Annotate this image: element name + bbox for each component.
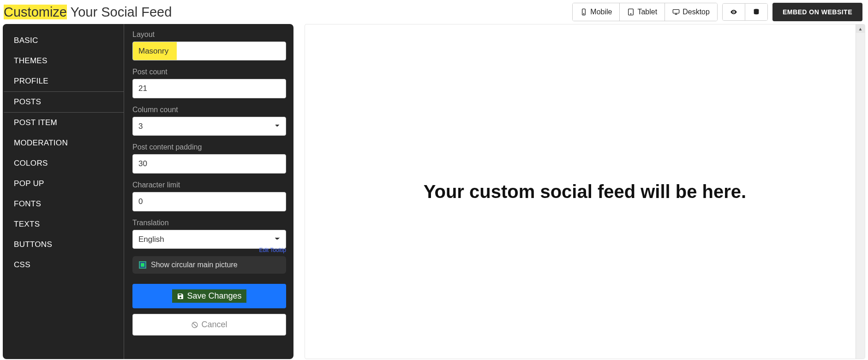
desktop-label: Desktop [682,8,710,16]
column-count-select[interactable]: 3 [132,117,286,136]
sidebar-item-colors[interactable]: COLORS [3,153,124,174]
sidebar-item-themes[interactable]: THEMES [3,51,124,71]
svg-point-1 [584,13,584,14]
settings-panel: BASIC THEMES PROFILE POSTS POST ITEM MOD… [3,24,293,359]
save-button[interactable]: Save Changes [132,284,286,308]
circular-picture-checkbox-row[interactable]: Show circular main picture [132,256,286,274]
sidebar-item-post-item[interactable]: POST ITEM [3,113,124,133]
embed-button[interactable]: EMBED ON WEBSITE [772,3,862,21]
save-label: Save Changes [187,291,241,301]
tablet-label: Tablet [637,8,657,16]
sidebar-item-moderation[interactable]: MODERATION [3,133,124,153]
post-count-label: Post count [132,68,286,76]
char-limit-label: Character limit [132,181,286,189]
view-tools [722,3,768,21]
char-limit-input[interactable] [132,192,286,211]
mobile-label: Mobile [590,8,612,16]
sidebar-item-basic[interactable]: BASIC [3,30,124,51]
title-highlight: Customize [4,5,67,19]
sidebar-item-pop-up[interactable]: POP UP [3,174,124,194]
save-icon [177,293,184,300]
eye-icon [730,8,737,16]
tablet-icon [627,8,635,16]
cancel-icon [191,321,198,329]
mobile-button[interactable]: Mobile [573,3,620,21]
sidebar-item-posts[interactable]: POSTS [3,91,124,113]
settings-sidebar: BASIC THEMES PROFILE POSTS POST ITEM MOD… [3,24,124,359]
post-count-input[interactable] [132,79,286,98]
checkbox-icon [139,261,146,269]
svg-point-3 [631,13,631,14]
svg-rect-4 [673,10,679,13]
column-count-label: Column count [132,106,286,114]
preview-scrollbar[interactable]: ▲ [856,24,865,359]
page-title: Customize Your Social Feed [3,5,172,20]
desktop-icon [672,8,680,16]
title-rest: Your Social Feed [67,5,172,19]
cancel-button[interactable]: Cancel [132,314,286,336]
padding-label: Post content padding [132,143,286,151]
desktop-button[interactable]: Desktop [665,3,717,21]
layout-label: Layout [132,30,286,39]
edit-tooltip-link[interactable]: Edit Tooltip [259,247,286,253]
sidebar-item-texts[interactable]: TEXTS [3,214,124,234]
sidebar-item-buttons[interactable]: BUTTONS [3,234,124,255]
sidebar-item-css[interactable]: CSS [3,255,124,275]
preview-area: Your custom social feed will be here. ▲ [305,24,865,359]
preview-button[interactable] [723,4,745,20]
padding-input[interactable] [132,154,286,174]
top-actions: Mobile Tablet Desktop EMBED ON WEBSITE [572,3,865,21]
translation-label: Translation [132,219,286,227]
translation-select[interactable]: English [132,230,286,249]
scroll-up-icon: ▲ [856,24,865,33]
preview-placeholder: Your custom social feed will be here. [424,181,746,202]
checkbox-label: Show circular main picture [151,261,238,269]
device-switcher: Mobile Tablet Desktop [572,3,718,21]
tablet-button[interactable]: Tablet [620,3,665,21]
database-icon [753,8,760,16]
data-button[interactable] [745,4,767,20]
sidebar-item-profile[interactable]: PROFILE [3,71,124,91]
layout-select[interactable]: Masonry [132,42,286,60]
mobile-icon [580,8,587,16]
form-column: Layout Masonry Post count Column count 3… [124,24,293,359]
cancel-label: Cancel [201,320,227,330]
sidebar-item-fonts[interactable]: FONTS [3,194,124,214]
